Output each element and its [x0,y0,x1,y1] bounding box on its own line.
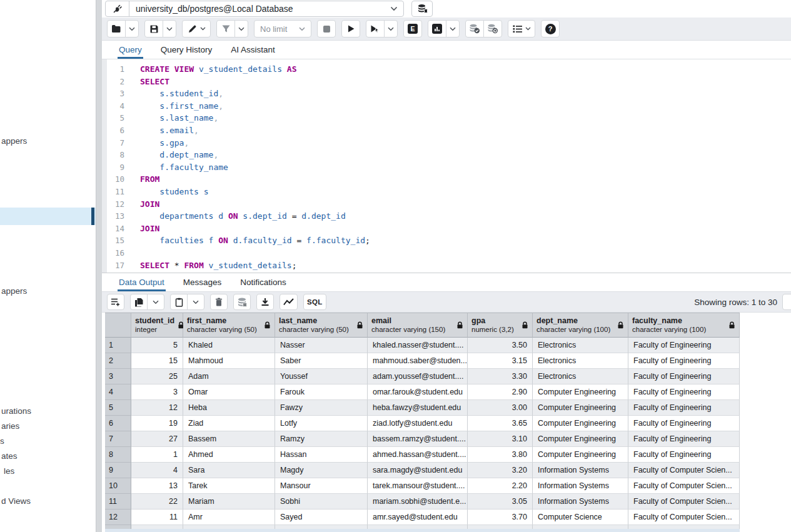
panel-scrollbar[interactable] [96,0,102,532]
cell-dept_name[interactable]: Information Systems [533,478,628,494]
row-number-cell[interactable]: 5 [105,400,131,416]
cell-email[interactable]: sara.magdy@student.edu [368,463,468,478]
connection-select[interactable]: university_db/postgres@Local Database [105,1,404,17]
cell-student_id[interactable]: 22 [131,494,183,509]
save-menu-button[interactable] [163,20,176,38]
cell-email[interactable]: heba.fawzy@student.edu [368,400,468,416]
cell-student_id[interactable]: 19 [131,416,183,431]
tree-item-fragment[interactable]: appers [1,286,27,296]
cell-gpa[interactable]: 3.65 [468,416,533,431]
tab-messages[interactable]: Messages [182,274,223,291]
tree-item-fragment[interactable]: d Views [1,496,31,506]
cell-last_name[interactable]: Mansour [275,478,368,494]
cell-student_id[interactable]: 4 [131,463,183,478]
row-number-cell[interactable]: 2 [105,353,131,369]
cell-last_name[interactable]: Hassan [275,447,368,463]
add-row-button[interactable] [107,294,124,310]
cell-email[interactable]: adam.youssef@student.... [368,369,468,384]
cell-email[interactable]: mahmoud.saber@studen... [368,353,468,369]
cell-student_id[interactable]: 12 [131,400,183,416]
help-button[interactable]: ? [541,20,560,38]
cell-last_name[interactable]: Nasser [275,338,368,353]
cell-faculty_name[interactable]: Faculty of Engineering [628,369,740,384]
cell-last_name[interactable]: Sayed [275,509,368,525]
open-file-button[interactable] [107,20,126,38]
cell-student_id[interactable]: 5 [131,338,183,353]
cell-email[interactable]: ziad.lotfy@student.edu [368,416,468,431]
grid-corner-cell[interactable] [105,313,131,338]
cell-email[interactable]: tarek.mansour@student.... [368,478,468,494]
cell-gpa[interactable]: 3.30 [468,369,533,384]
save-data-button[interactable] [233,294,251,310]
row-number-cell[interactable]: 10 [105,478,131,494]
tree-item-fragment[interactable]: appers [1,136,27,146]
cell-gpa[interactable]: 2.20 [468,478,533,494]
execute-button[interactable] [341,20,360,38]
cell-faculty_name[interactable]: Faculty of Computer Scien... [628,463,740,478]
tree-selected-row[interactable] [0,208,96,225]
cell-dept_name[interactable]: Computer Engineering [533,400,628,416]
cell-dept_name[interactable]: Computer Engineering [533,431,628,447]
cell-first_name[interactable]: Ahmed [183,447,275,463]
cell-first_name[interactable]: Heba [183,400,275,416]
cell-last_name[interactable]: Saber [275,353,368,369]
cell-faculty_name[interactable]: Faculty of Engineering [628,353,740,369]
row-number-cell[interactable]: 8 [105,447,131,463]
cell-last_name[interactable]: Youssef [275,369,368,384]
cell-gpa[interactable]: 3.70 [468,509,533,525]
cell-dept_name[interactable]: Computer Science [533,509,628,525]
cell-first_name[interactable]: Khaled [183,338,275,353]
cell-gpa[interactable]: 3.10 [468,431,533,447]
cell-gpa[interactable]: 2.90 [468,384,533,400]
save-button[interactable] [144,20,163,38]
cell-first_name[interactable]: Bassem [183,431,275,447]
macros-button[interactable] [508,20,535,38]
column-header-gpa[interactable]: gpanumeric (3,2) [468,313,533,338]
column-header-last_name[interactable]: last_namecharacter varying (50) [275,313,368,338]
cell-gpa[interactable]: 3.50 [468,338,533,353]
filter-menu-button[interactable] [234,20,248,38]
grid-horizontal-scrollbar[interactable] [105,529,740,532]
column-header-dept_name[interactable]: dept_namecharacter varying (100) [533,313,628,338]
cell-faculty_name[interactable]: Faculty of Engineering [628,400,740,416]
row-number-cell[interactable]: 4 [105,384,131,400]
column-header-student_id[interactable]: student_idinteger [131,313,183,338]
cell-student_id[interactable]: 1 [131,447,183,463]
new-connection-button[interactable] [411,1,433,17]
cell-first_name[interactable]: Ziad [183,416,275,431]
filter-button[interactable] [216,20,235,38]
edit-button[interactable] [182,20,211,38]
cell-email[interactable]: amr.sayed@student.edu [368,509,468,525]
cell-last_name[interactable]: Sobhi [275,494,368,509]
tree-item-fragment[interactable]: aries [1,421,19,431]
tab-ai-assistant[interactable]: AI Assistant [229,41,276,59]
cell-dept_name[interactable]: Electronics [533,353,628,369]
sql-editor[interactable]: 1234567891011121314151617 CREATE VIEW v_… [102,59,791,273]
cell-student_id[interactable]: 15 [131,353,183,369]
explain-menu-button[interactable] [446,20,460,38]
cell-student_id[interactable]: 3 [131,384,183,400]
row-number-cell[interactable]: 11 [105,494,131,509]
row-number-cell[interactable]: 6 [105,416,131,431]
tree-item-fragment[interactable]: les [4,466,14,476]
rollback-button[interactable] [483,20,502,38]
row-number-cell[interactable]: 7 [105,431,131,447]
execute-menu-button[interactable] [384,20,398,38]
cell-gpa[interactable]: 3.05 [468,494,533,509]
cell-email[interactable]: ahmed.hassan@student.... [368,447,468,463]
download-button[interactable] [256,294,274,310]
cell-first_name[interactable]: Tarek [183,478,275,494]
cell-faculty_name[interactable]: Faculty of Computer Scien... [628,478,740,494]
cell-gpa[interactable]: 3.00 [468,400,533,416]
cell-dept_name[interactable]: Electronics [533,369,628,384]
cell-faculty_name[interactable]: Faculty of Engineering [628,447,740,463]
cutoff-button[interactable] [782,294,791,310]
cell-first_name[interactable]: Adam [183,369,275,384]
explain-button[interactable]: E [403,20,422,38]
cell-faculty_name[interactable]: Faculty of Engineering [628,416,740,431]
explain-analyze-button[interactable] [428,20,446,38]
cell-email[interactable]: bassem.ramzy@student.... [368,431,468,447]
tab-query-history[interactable]: Query History [159,41,214,59]
cell-faculty_name[interactable]: Faculty of Engineering [628,338,740,353]
row-limit-select[interactable]: No limit [254,20,311,38]
